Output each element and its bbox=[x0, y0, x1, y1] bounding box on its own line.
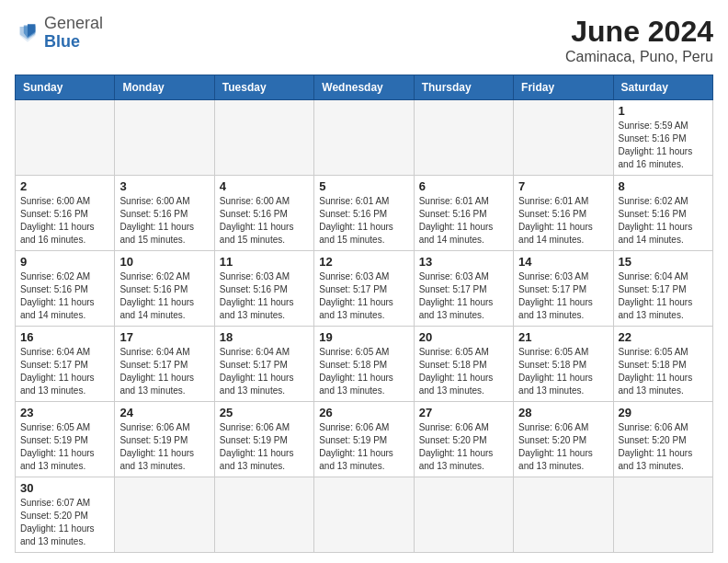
weekday-header-friday: Friday bbox=[514, 75, 613, 100]
calendar-cell bbox=[214, 100, 313, 176]
day-info: Sunrise: 6:04 AM Sunset: 5:17 PM Dayligh… bbox=[119, 346, 209, 397]
calendar-cell bbox=[414, 100, 513, 176]
calendar-cell bbox=[514, 100, 613, 176]
day-number: 10 bbox=[119, 255, 209, 269]
day-number: 9 bbox=[20, 255, 109, 269]
day-number: 24 bbox=[119, 406, 209, 419]
day-number: 4 bbox=[220, 179, 309, 193]
day-number: 6 bbox=[419, 179, 508, 193]
calendar-cell: 9Sunrise: 6:02 AM Sunset: 5:16 PM Daylig… bbox=[16, 251, 115, 327]
calendar-cell: 12Sunrise: 6:03 AM Sunset: 5:17 PM Dayli… bbox=[314, 251, 414, 327]
day-info: Sunrise: 6:00 AM Sunset: 5:16 PM Dayligh… bbox=[20, 195, 109, 247]
day-info: Sunrise: 6:04 AM Sunset: 5:17 PM Dayligh… bbox=[220, 346, 309, 397]
calendar-cell: 5Sunrise: 6:01 AM Sunset: 5:16 PM Daylig… bbox=[314, 176, 414, 251]
day-info: Sunrise: 6:02 AM Sunset: 5:16 PM Dayligh… bbox=[619, 195, 708, 247]
day-number: 30 bbox=[20, 481, 109, 495]
calendar-cell bbox=[115, 100, 214, 176]
day-info: Sunrise: 6:05 AM Sunset: 5:18 PM Dayligh… bbox=[518, 346, 608, 397]
calendar: SundayMondayTuesdayWednesdayThursdayFrid… bbox=[15, 75, 713, 553]
month-year: June 2024 bbox=[565, 15, 713, 49]
day-number: 29 bbox=[619, 406, 708, 419]
weekday-header-monday: Monday bbox=[115, 75, 214, 100]
calendar-cell: 2Sunrise: 6:00 AM Sunset: 5:16 PM Daylig… bbox=[16, 176, 115, 251]
day-info: Sunrise: 6:04 AM Sunset: 5:17 PM Dayligh… bbox=[619, 270, 708, 322]
weekday-header-tuesday: Tuesday bbox=[214, 75, 313, 100]
day-info: Sunrise: 6:06 AM Sunset: 5:19 PM Dayligh… bbox=[319, 421, 408, 473]
calendar-cell: 18Sunrise: 6:04 AM Sunset: 5:17 PM Dayli… bbox=[214, 327, 313, 402]
calendar-cell: 22Sunrise: 6:05 AM Sunset: 5:18 PM Dayli… bbox=[613, 327, 712, 402]
calendar-cell: 26Sunrise: 6:06 AM Sunset: 5:19 PM Dayli… bbox=[314, 402, 414, 477]
calendar-cell: 23Sunrise: 6:05 AM Sunset: 5:19 PM Dayli… bbox=[16, 402, 115, 477]
day-number: 25 bbox=[220, 406, 309, 419]
day-number: 15 bbox=[619, 255, 708, 269]
calendar-cell bbox=[613, 477, 712, 553]
day-number: 26 bbox=[319, 406, 408, 419]
calendar-cell bbox=[16, 100, 115, 176]
calendar-cell: 15Sunrise: 6:04 AM Sunset: 5:17 PM Dayli… bbox=[613, 251, 712, 327]
calendar-cell bbox=[115, 477, 214, 553]
day-info: Sunrise: 6:06 AM Sunset: 5:20 PM Dayligh… bbox=[419, 421, 508, 473]
calendar-cell: 14Sunrise: 6:03 AM Sunset: 5:17 PM Dayli… bbox=[514, 251, 613, 327]
day-number: 23 bbox=[20, 406, 109, 419]
calendar-cell: 3Sunrise: 6:00 AM Sunset: 5:16 PM Daylig… bbox=[115, 176, 214, 251]
calendar-cell: 25Sunrise: 6:06 AM Sunset: 5:19 PM Dayli… bbox=[214, 402, 313, 477]
header: General Blue June 2024 Caminaca, Puno, P… bbox=[15, 15, 713, 65]
calendar-cell: 1Sunrise: 5:59 AM Sunset: 5:16 PM Daylig… bbox=[613, 100, 712, 176]
calendar-cell: 30Sunrise: 6:07 AM Sunset: 5:20 PM Dayli… bbox=[16, 477, 115, 553]
week-row-2: 2Sunrise: 6:00 AM Sunset: 5:16 PM Daylig… bbox=[16, 176, 713, 251]
day-info: Sunrise: 6:01 AM Sunset: 5:16 PM Dayligh… bbox=[518, 195, 608, 247]
day-number: 21 bbox=[518, 330, 608, 344]
weekday-header-row: SundayMondayTuesdayWednesdayThursdayFrid… bbox=[16, 75, 713, 100]
weekday-header-wednesday: Wednesday bbox=[314, 75, 414, 100]
day-info: Sunrise: 6:06 AM Sunset: 5:19 PM Dayligh… bbox=[220, 421, 309, 473]
day-info: Sunrise: 6:03 AM Sunset: 5:16 PM Dayligh… bbox=[220, 270, 309, 322]
day-number: 27 bbox=[419, 406, 508, 419]
calendar-cell: 28Sunrise: 6:06 AM Sunset: 5:20 PM Dayli… bbox=[514, 402, 613, 477]
logo: General Blue bbox=[15, 15, 103, 52]
weekday-header-thursday: Thursday bbox=[414, 75, 513, 100]
week-row-5: 23Sunrise: 6:05 AM Sunset: 5:19 PM Dayli… bbox=[16, 402, 713, 477]
day-info: Sunrise: 6:05 AM Sunset: 5:18 PM Dayligh… bbox=[419, 346, 508, 397]
weekday-header-sunday: Sunday bbox=[16, 75, 115, 100]
day-info: Sunrise: 6:04 AM Sunset: 5:17 PM Dayligh… bbox=[20, 346, 109, 397]
calendar-cell: 10Sunrise: 6:02 AM Sunset: 5:16 PM Dayli… bbox=[115, 251, 214, 327]
day-info: Sunrise: 6:01 AM Sunset: 5:16 PM Dayligh… bbox=[319, 195, 408, 247]
day-info: Sunrise: 6:03 AM Sunset: 5:17 PM Dayligh… bbox=[419, 270, 508, 322]
calendar-cell bbox=[414, 477, 513, 553]
calendar-cell: 4Sunrise: 6:00 AM Sunset: 5:16 PM Daylig… bbox=[214, 176, 313, 251]
calendar-cell: 7Sunrise: 6:01 AM Sunset: 5:16 PM Daylig… bbox=[514, 176, 613, 251]
calendar-cell: 29Sunrise: 6:06 AM Sunset: 5:20 PM Dayli… bbox=[613, 402, 712, 477]
day-number: 19 bbox=[319, 330, 408, 344]
calendar-cell: 6Sunrise: 6:01 AM Sunset: 5:16 PM Daylig… bbox=[414, 176, 513, 251]
calendar-cell: 13Sunrise: 6:03 AM Sunset: 5:17 PM Dayli… bbox=[414, 251, 513, 327]
day-number: 2 bbox=[20, 179, 109, 193]
calendar-cell: 27Sunrise: 6:06 AM Sunset: 5:20 PM Dayli… bbox=[414, 402, 513, 477]
calendar-cell bbox=[314, 100, 414, 176]
day-number: 8 bbox=[619, 179, 708, 193]
day-number: 28 bbox=[518, 406, 608, 419]
day-info: Sunrise: 6:00 AM Sunset: 5:16 PM Dayligh… bbox=[119, 195, 209, 247]
day-number: 22 bbox=[619, 330, 708, 344]
day-info: Sunrise: 6:00 AM Sunset: 5:16 PM Dayligh… bbox=[220, 195, 309, 247]
calendar-cell bbox=[214, 477, 313, 553]
week-row-6: 30Sunrise: 6:07 AM Sunset: 5:20 PM Dayli… bbox=[16, 477, 713, 553]
title-section: June 2024 Caminaca, Puno, Peru bbox=[565, 15, 713, 65]
day-number: 1 bbox=[619, 104, 708, 118]
day-number: 3 bbox=[119, 179, 209, 193]
calendar-cell: 20Sunrise: 6:05 AM Sunset: 5:18 PM Dayli… bbox=[414, 327, 513, 402]
day-number: 12 bbox=[319, 255, 408, 269]
day-info: Sunrise: 6:03 AM Sunset: 5:17 PM Dayligh… bbox=[319, 270, 408, 322]
day-info: Sunrise: 6:03 AM Sunset: 5:17 PM Dayligh… bbox=[518, 270, 608, 322]
logo-blue: Blue bbox=[44, 32, 80, 51]
calendar-cell: 19Sunrise: 6:05 AM Sunset: 5:18 PM Dayli… bbox=[314, 327, 414, 402]
day-number: 11 bbox=[220, 255, 309, 269]
day-info: Sunrise: 6:07 AM Sunset: 5:20 PM Dayligh… bbox=[20, 497, 109, 548]
day-info: Sunrise: 5:59 AM Sunset: 5:16 PM Dayligh… bbox=[619, 120, 708, 171]
day-info: Sunrise: 6:02 AM Sunset: 5:16 PM Dayligh… bbox=[20, 270, 109, 322]
day-number: 16 bbox=[20, 330, 109, 344]
calendar-cell: 11Sunrise: 6:03 AM Sunset: 5:16 PM Dayli… bbox=[214, 251, 313, 327]
day-info: Sunrise: 6:05 AM Sunset: 5:18 PM Dayligh… bbox=[619, 346, 708, 397]
calendar-cell bbox=[314, 477, 414, 553]
day-number: 17 bbox=[119, 330, 209, 344]
day-info: Sunrise: 6:02 AM Sunset: 5:16 PM Dayligh… bbox=[119, 270, 209, 322]
